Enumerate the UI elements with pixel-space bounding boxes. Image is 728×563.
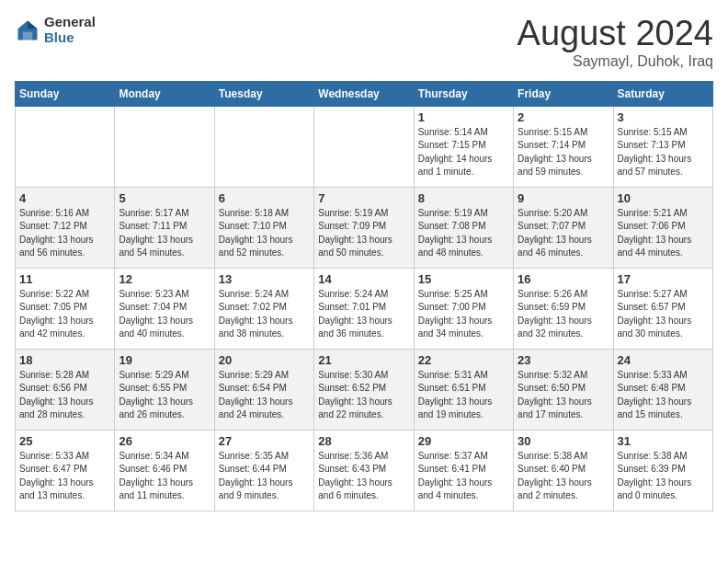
- day-number: 23: [518, 353, 609, 367]
- day-info: Sunrise: 5:21 AM Sunset: 7:06 PM Dayligh…: [618, 207, 709, 260]
- day-cell: [314, 106, 414, 187]
- page-header: General Blue August 2024 Saymayl, Duhok,…: [15, 15, 713, 70]
- day-info: Sunrise: 5:24 AM Sunset: 7:02 PM Dayligh…: [219, 288, 310, 341]
- day-number: 7: [318, 191, 409, 205]
- calendar-title: August 2024: [518, 15, 713, 53]
- day-info: Sunrise: 5:37 AM Sunset: 6:41 PM Dayligh…: [418, 450, 509, 503]
- column-header-tuesday: Tuesday: [214, 81, 313, 106]
- week-row-5: 25Sunrise: 5:33 AM Sunset: 6:47 PM Dayli…: [16, 430, 713, 511]
- day-info: Sunrise: 5:20 AM Sunset: 7:07 PM Dayligh…: [518, 207, 609, 260]
- day-cell: 18Sunrise: 5:28 AM Sunset: 6:56 PM Dayli…: [16, 349, 115, 430]
- day-number: 27: [219, 434, 310, 448]
- day-number: 19: [119, 353, 210, 367]
- day-number: 25: [19, 434, 110, 448]
- day-cell: 17Sunrise: 5:27 AM Sunset: 6:57 PM Dayli…: [613, 268, 712, 349]
- day-info: Sunrise: 5:23 AM Sunset: 7:04 PM Dayligh…: [119, 288, 210, 341]
- day-cell: 15Sunrise: 5:25 AM Sunset: 7:00 PM Dayli…: [414, 268, 513, 349]
- day-number: 30: [518, 434, 609, 448]
- header-row: SundayMondayTuesdayWednesdayThursdayFrid…: [16, 81, 713, 106]
- day-cell: [115, 106, 214, 187]
- day-number: 18: [19, 353, 110, 367]
- svg-marker-1: [28, 20, 38, 29]
- day-cell: 10Sunrise: 5:21 AM Sunset: 7:06 PM Dayli…: [613, 187, 712, 268]
- day-info: Sunrise: 5:35 AM Sunset: 6:44 PM Dayligh…: [219, 450, 310, 503]
- day-number: 8: [418, 191, 509, 205]
- logo-icon: [15, 17, 40, 43]
- day-number: 22: [418, 353, 509, 367]
- day-info: Sunrise: 5:32 AM Sunset: 6:50 PM Dayligh…: [518, 369, 609, 422]
- day-info: Sunrise: 5:19 AM Sunset: 7:09 PM Dayligh…: [318, 207, 409, 260]
- day-number: 11: [19, 272, 110, 286]
- day-cell: 16Sunrise: 5:26 AM Sunset: 6:59 PM Dayli…: [514, 268, 613, 349]
- column-header-monday: Monday: [115, 81, 214, 106]
- day-info: Sunrise: 5:22 AM Sunset: 7:05 PM Dayligh…: [19, 288, 110, 341]
- day-info: Sunrise: 5:17 AM Sunset: 7:11 PM Dayligh…: [119, 207, 210, 260]
- day-number: 1: [418, 110, 509, 124]
- day-cell: 1Sunrise: 5:14 AM Sunset: 7:15 PM Daylig…: [414, 106, 513, 187]
- day-number: 17: [618, 272, 709, 286]
- title-block: August 2024 Saymayl, Duhok, Iraq: [518, 15, 713, 70]
- logo: General Blue: [15, 15, 96, 45]
- logo-text: General Blue: [44, 15, 96, 45]
- day-cell: 8Sunrise: 5:19 AM Sunset: 7:08 PM Daylig…: [414, 187, 513, 268]
- day-cell: 31Sunrise: 5:38 AM Sunset: 6:39 PM Dayli…: [613, 430, 712, 511]
- day-cell: 13Sunrise: 5:24 AM Sunset: 7:02 PM Dayli…: [214, 268, 313, 349]
- day-info: Sunrise: 5:29 AM Sunset: 6:55 PM Dayligh…: [119, 369, 210, 422]
- day-number: 10: [618, 191, 709, 205]
- day-info: Sunrise: 5:26 AM Sunset: 6:59 PM Dayligh…: [518, 288, 609, 341]
- day-cell: 25Sunrise: 5:33 AM Sunset: 6:47 PM Dayli…: [16, 430, 115, 511]
- week-row-4: 18Sunrise: 5:28 AM Sunset: 6:56 PM Dayli…: [16, 349, 713, 430]
- day-cell: 29Sunrise: 5:37 AM Sunset: 6:41 PM Dayli…: [414, 430, 513, 511]
- day-cell: 22Sunrise: 5:31 AM Sunset: 6:51 PM Dayli…: [414, 349, 513, 430]
- day-cell: 4Sunrise: 5:16 AM Sunset: 7:12 PM Daylig…: [16, 187, 115, 268]
- week-row-2: 4Sunrise: 5:16 AM Sunset: 7:12 PM Daylig…: [16, 187, 713, 268]
- day-cell: 6Sunrise: 5:18 AM Sunset: 7:10 PM Daylig…: [214, 187, 313, 268]
- day-number: 26: [119, 434, 210, 448]
- day-info: Sunrise: 5:36 AM Sunset: 6:43 PM Dayligh…: [318, 450, 409, 503]
- day-cell: 14Sunrise: 5:24 AM Sunset: 7:01 PM Dayli…: [314, 268, 414, 349]
- day-number: 29: [418, 434, 509, 448]
- day-number: 2: [518, 110, 609, 124]
- day-number: 24: [618, 353, 709, 367]
- day-number: 31: [618, 434, 709, 448]
- day-info: Sunrise: 5:30 AM Sunset: 6:52 PM Dayligh…: [318, 369, 409, 422]
- column-header-saturday: Saturday: [613, 81, 712, 106]
- day-cell: 2Sunrise: 5:15 AM Sunset: 7:14 PM Daylig…: [514, 106, 613, 187]
- day-info: Sunrise: 5:15 AM Sunset: 7:13 PM Dayligh…: [618, 126, 709, 179]
- day-cell: 27Sunrise: 5:35 AM Sunset: 6:44 PM Dayli…: [214, 430, 313, 511]
- day-number: 21: [318, 353, 409, 367]
- column-header-thursday: Thursday: [414, 81, 513, 106]
- day-number: 16: [518, 272, 609, 286]
- day-cell: [16, 106, 115, 187]
- day-number: 12: [119, 272, 210, 286]
- day-info: Sunrise: 5:31 AM Sunset: 6:51 PM Dayligh…: [418, 369, 509, 422]
- day-cell: 7Sunrise: 5:19 AM Sunset: 7:09 PM Daylig…: [314, 187, 414, 268]
- day-number: 6: [219, 191, 310, 205]
- column-header-friday: Friday: [514, 81, 613, 106]
- logo-general: General: [44, 15, 96, 30]
- day-cell: 9Sunrise: 5:20 AM Sunset: 7:07 PM Daylig…: [514, 187, 613, 268]
- day-cell: 5Sunrise: 5:17 AM Sunset: 7:11 PM Daylig…: [115, 187, 214, 268]
- day-info: Sunrise: 5:34 AM Sunset: 6:46 PM Dayligh…: [119, 450, 210, 503]
- day-cell: 19Sunrise: 5:29 AM Sunset: 6:55 PM Dayli…: [115, 349, 214, 430]
- week-row-1: 1Sunrise: 5:14 AM Sunset: 7:15 PM Daylig…: [16, 106, 713, 187]
- day-cell: 30Sunrise: 5:38 AM Sunset: 6:40 PM Dayli…: [514, 430, 613, 511]
- calendar-table: SundayMondayTuesdayWednesdayThursdayFrid…: [15, 81, 713, 511]
- day-info: Sunrise: 5:19 AM Sunset: 7:08 PM Dayligh…: [418, 207, 509, 260]
- day-number: 14: [318, 272, 409, 286]
- day-number: 13: [219, 272, 310, 286]
- svg-rect-2: [23, 31, 33, 40]
- logo-blue: Blue: [44, 30, 96, 46]
- day-info: Sunrise: 5:33 AM Sunset: 6:48 PM Dayligh…: [618, 369, 709, 422]
- day-number: 5: [119, 191, 210, 205]
- day-cell: 21Sunrise: 5:30 AM Sunset: 6:52 PM Dayli…: [314, 349, 414, 430]
- day-info: Sunrise: 5:29 AM Sunset: 6:54 PM Dayligh…: [219, 369, 310, 422]
- day-info: Sunrise: 5:38 AM Sunset: 6:39 PM Dayligh…: [618, 450, 709, 503]
- calendar-subtitle: Saymayl, Duhok, Iraq: [518, 53, 713, 70]
- day-info: Sunrise: 5:18 AM Sunset: 7:10 PM Dayligh…: [219, 207, 310, 260]
- day-info: Sunrise: 5:27 AM Sunset: 6:57 PM Dayligh…: [618, 288, 709, 341]
- day-info: Sunrise: 5:15 AM Sunset: 7:14 PM Dayligh…: [518, 126, 609, 179]
- week-row-3: 11Sunrise: 5:22 AM Sunset: 7:05 PM Dayli…: [16, 268, 713, 349]
- day-info: Sunrise: 5:14 AM Sunset: 7:15 PM Dayligh…: [418, 126, 509, 179]
- day-cell: 26Sunrise: 5:34 AM Sunset: 6:46 PM Dayli…: [115, 430, 214, 511]
